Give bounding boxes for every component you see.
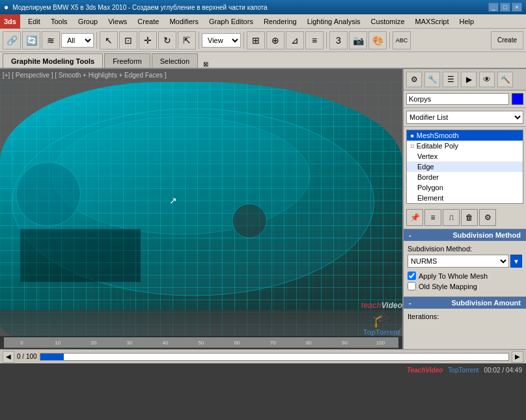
ruler-tick-10: 10 [40, 340, 76, 346]
window-controls: _ □ × [488, 3, 522, 12]
nurms-dropdown[interactable]: NURMS [408, 255, 509, 268]
stack-subitem-border[interactable]: Border [407, 172, 523, 182]
menu-help[interactable]: Help [454, 14, 480, 29]
timeline-position: 0 / 100 [17, 353, 37, 360]
toolbar: 🔗 🔄 ≋ All ↖ ⊡ ✛ ↻ ⇱ View ⊞ ⊕ ⊿ ≡ 3 📷 🎨 A… [0, 29, 526, 52]
menu-views[interactable]: Views [103, 14, 132, 29]
status-bar: TeachVideo TopTorrent 00:02 / 04:49 [0, 363, 526, 376]
view-dropdown[interactable]: View [202, 33, 241, 48]
ruler-tick-50: 50 [183, 340, 219, 346]
svg-point-2 [52, 117, 310, 234]
snap-settings[interactable]: ⊕ [266, 31, 284, 49]
tool-btn-2[interactable]: 🔄 [22, 31, 40, 49]
panel-icon-modify[interactable]: 🔧 [424, 72, 440, 87]
svg-point-5 [232, 204, 266, 238]
selection-filter-dropdown[interactable]: All [61, 33, 94, 48]
stack-subitem-edge[interactable]: Edge [407, 161, 523, 172]
tool-btn-1[interactable]: 🔗 [3, 31, 21, 49]
make-unique-btn[interactable]: ⎍ [443, 209, 460, 226]
rotate-tool[interactable]: ↻ [158, 31, 176, 49]
select-region-tool[interactable]: ⊡ [119, 31, 137, 49]
pin-stack-btn[interactable]: 📌 [406, 209, 423, 226]
viewport[interactable]: [+] [ Perspective ] [ Smooth + Highlight… [0, 69, 402, 349]
menu-rendering[interactable]: Rendering [258, 14, 302, 29]
object-color-swatch[interactable] [512, 93, 523, 105]
ruler-tick-20: 20 [76, 340, 111, 346]
minimize-button[interactable]: _ [488, 3, 499, 12]
menu-bar: 3ds Edit Tools Group Views Create Modifi… [0, 14, 526, 29]
tab-freeform[interactable]: Freeform [104, 53, 150, 68]
stack-item-icon: ■ [411, 133, 414, 139]
subdivision-method-content: Subdivision Method: NURMS ▼ Apply To Who… [404, 241, 526, 297]
subdivision-amount-title: Subdivision Amount [451, 299, 521, 307]
menu-maxscript[interactable]: MAXScript [410, 14, 454, 29]
snap-toggle[interactable]: ⊞ [247, 31, 265, 49]
subdivision-method-title: Subdivision Method [453, 231, 521, 239]
ruler-tick-80: 80 [291, 340, 327, 346]
menu-modifiers[interactable]: Modifiers [164, 14, 204, 29]
prev-frame-btn[interactable]: ◀ [3, 351, 14, 363]
quick-render[interactable]: 🎨 [368, 31, 387, 49]
polygon-label: Polygon [417, 184, 443, 191]
viewport-label: [+] [ Perspective ] [ Smooth + Highlight… [3, 72, 167, 79]
svg-rect-4 [20, 229, 141, 283]
next-frame-btn[interactable]: ▶ [512, 351, 523, 363]
modifier-list-dropdown[interactable]: Modifier List [406, 111, 523, 124]
maximize-button[interactable]: □ [500, 3, 510, 12]
panel-icon-utility[interactable]: 🔨 [497, 72, 513, 87]
app-logo: 3ds [0, 14, 20, 29]
show-result-btn[interactable]: ≡ [424, 209, 441, 226]
close-button[interactable]: × [512, 3, 522, 12]
nurms-dropdown-row: NURMS ▼ [408, 255, 522, 268]
subdivision-amount-header[interactable]: - Subdivision Amount [404, 297, 526, 309]
menu-graph-editors[interactable]: Graph Editors [204, 14, 258, 29]
toolbar-separator-2 [199, 32, 199, 49]
panel-icon-motion[interactable]: ▶ [461, 72, 477, 87]
timeline-slider[interactable] [40, 353, 509, 361]
panel-icon-display[interactable]: ⚙ [406, 72, 422, 87]
menu-tools[interactable]: Tools [46, 14, 73, 29]
stack-item-editpoly[interactable]: □ Editable Poly [407, 141, 523, 151]
menu-lighting[interactable]: Lighting Analysis [302, 14, 366, 29]
stack-item-meshsmooth[interactable]: ■ MeshSmooth [407, 130, 523, 141]
subdivision-method-section: - Subdivision Method Subdivision Method:… [404, 229, 526, 297]
section-collapse-icon: - [409, 231, 411, 239]
align-tool[interactable]: ≡ [305, 31, 324, 49]
stack-subitem-vertex[interactable]: Vertex [407, 151, 523, 161]
mirror-tool[interactable]: ⊿ [286, 31, 304, 49]
ruler: 0 10 20 30 40 50 60 70 80 90 100 [4, 337, 398, 348]
tab-selection[interactable]: Selection [152, 53, 198, 68]
object-name-field[interactable] [406, 93, 509, 105]
panel-icon-hierarchy[interactable]: ☰ [443, 72, 458, 87]
toolbar-separator-3 [243, 32, 244, 49]
ruler-tick-60: 60 [219, 340, 255, 346]
menu-edit[interactable]: Edit [23, 14, 46, 29]
scale-tool[interactable]: ⇱ [178, 31, 196, 49]
nurms-dropdown-arrow[interactable]: ▼ [510, 255, 522, 268]
tab-close-btn[interactable]: ⊠ [203, 61, 208, 68]
remove-modifier-btn[interactable]: 🗑 [461, 209, 478, 226]
move-tool[interactable]: ✛ [139, 31, 157, 49]
panel-icon-display2[interactable]: 👁 [479, 72, 495, 87]
app-icon: ● [4, 3, 8, 12]
menu-group[interactable]: Group [73, 14, 104, 29]
menu-customize[interactable]: Customize [366, 14, 410, 29]
configure-btn[interactable]: ⚙ [479, 209, 496, 226]
render-setup[interactable]: 📷 [349, 31, 367, 49]
named-sel[interactable]: 3 [329, 31, 348, 49]
old-style-mapping-checkbox[interactable] [408, 282, 416, 290]
abc-btn[interactable]: ABC [393, 31, 411, 49]
svg-point-3 [16, 162, 81, 226]
menu-create[interactable]: Create [132, 14, 164, 29]
tool-btn-3[interactable]: ≋ [42, 31, 60, 49]
stack-subitem-polygon[interactable]: Polygon [407, 182, 523, 193]
tab-graphite[interactable]: Graphite Modeling Tools [3, 53, 103, 68]
apply-whole-mesh-checkbox[interactable] [408, 272, 416, 280]
stack-subitem-element[interactable]: Element [407, 193, 523, 203]
create-btn[interactable]: Create [491, 31, 523, 49]
ruler-tick-40: 40 [147, 340, 183, 346]
status-watermark-1: TeachVideo [407, 367, 443, 374]
modifier-list-row: Modifier List [404, 108, 526, 127]
subdivision-method-header[interactable]: - Subdivision Method [404, 229, 526, 241]
select-tool[interactable]: ↖ [100, 31, 118, 49]
